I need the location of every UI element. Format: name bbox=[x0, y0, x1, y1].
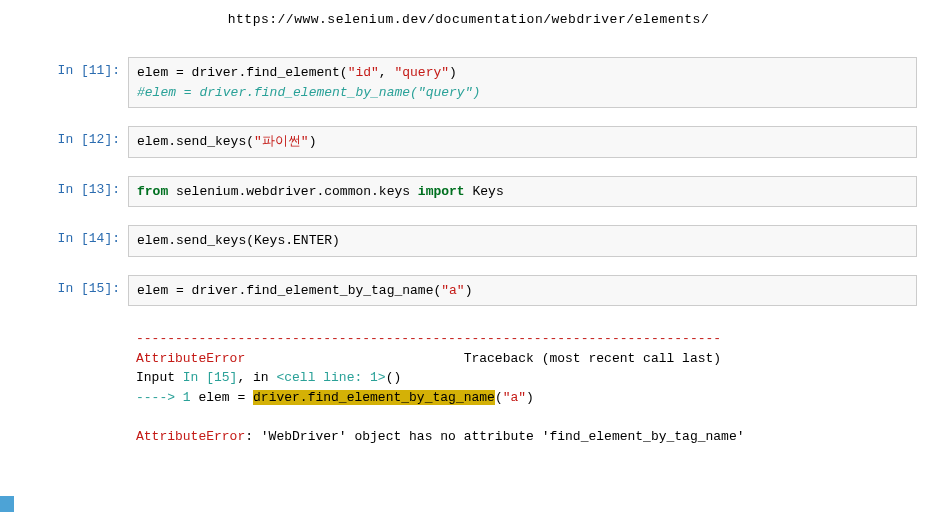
input-ref: In [15] bbox=[183, 370, 238, 385]
cell-prompt: In [15]: bbox=[40, 275, 128, 307]
string-literal: "파이썬" bbox=[254, 134, 309, 149]
code-text: Keys bbox=[465, 184, 504, 199]
error-name-final: AttributeError bbox=[136, 429, 245, 444]
code-text: elem.send_keys( bbox=[137, 134, 254, 149]
code-text: elem = driver.find_element_by_tag_name( bbox=[137, 283, 441, 298]
code-frag: ( bbox=[495, 390, 503, 405]
notebook-cells: In [11]: elem = driver.find_element("id"… bbox=[0, 57, 937, 451]
keyword: import bbox=[418, 184, 465, 199]
code-text: , bbox=[379, 65, 395, 80]
error-separator: ----------------------------------------… bbox=[136, 331, 721, 346]
cell-12: In [12]: elem.send_keys("파이썬") bbox=[40, 126, 917, 158]
error-arrow: ----> bbox=[136, 390, 183, 405]
code-frag: elem = bbox=[191, 390, 253, 405]
code-text: elem = driver.find_element( bbox=[137, 65, 348, 80]
code-text: selenium.webdriver.common.keys bbox=[168, 184, 418, 199]
cell-prompt: In [13]: bbox=[40, 176, 128, 208]
string-literal: "a" bbox=[503, 390, 526, 405]
traceback-label: Traceback (most recent call last) bbox=[464, 351, 721, 366]
cell-11: In [11]: elem = driver.find_element("id"… bbox=[40, 57, 917, 108]
error-output: ----------------------------------------… bbox=[128, 324, 917, 451]
line-number: 1 bbox=[183, 390, 191, 405]
url-text: https://www.selenium.dev/documentation/w… bbox=[0, 0, 937, 57]
keyword: from bbox=[137, 184, 168, 199]
cell-15-output: ----------------------------------------… bbox=[40, 324, 917, 451]
code-input[interactable]: elem = driver.find_element("id", "query"… bbox=[128, 57, 917, 108]
string-literal: "a" bbox=[441, 283, 464, 298]
string-literal: "id" bbox=[348, 65, 379, 80]
output-prompt bbox=[40, 324, 128, 451]
string-literal: "query" bbox=[394, 65, 449, 80]
cell-13: In [13]: from selenium.webdriver.common.… bbox=[40, 176, 917, 208]
code-text: ) bbox=[465, 283, 473, 298]
error-name: AttributeError bbox=[136, 351, 245, 366]
input-comma: , in bbox=[237, 370, 276, 385]
code-frag: ) bbox=[526, 390, 534, 405]
input-label: Input bbox=[136, 370, 183, 385]
parens: () bbox=[386, 370, 402, 385]
cell-line-ref: <cell line: 1> bbox=[276, 370, 385, 385]
code-input[interactable]: elem = driver.find_element_by_tag_name("… bbox=[128, 275, 917, 307]
scroll-accent bbox=[0, 496, 14, 512]
code-input[interactable]: elem.send_keys("파이썬") bbox=[128, 126, 917, 158]
highlighted-code: driver.find_element_by_tag_name bbox=[253, 390, 495, 405]
code-text: elem.send_keys(Keys.ENTER) bbox=[137, 233, 340, 248]
cell-15: In [15]: elem = driver.find_element_by_t… bbox=[40, 275, 917, 307]
code-comment: #elem = driver.find_element_by_name("que… bbox=[137, 85, 480, 100]
code-text: ) bbox=[309, 134, 317, 149]
code-text: ) bbox=[449, 65, 457, 80]
error-message: : 'WebDriver' object has no attribute 'f… bbox=[245, 429, 744, 444]
cell-prompt: In [11]: bbox=[40, 57, 128, 108]
cell-14: In [14]: elem.send_keys(Keys.ENTER) bbox=[40, 225, 917, 257]
cell-prompt: In [12]: bbox=[40, 126, 128, 158]
cell-prompt: In [14]: bbox=[40, 225, 128, 257]
code-input[interactable]: elem.send_keys(Keys.ENTER) bbox=[128, 225, 917, 257]
code-input[interactable]: from selenium.webdriver.common.keys impo… bbox=[128, 176, 917, 208]
